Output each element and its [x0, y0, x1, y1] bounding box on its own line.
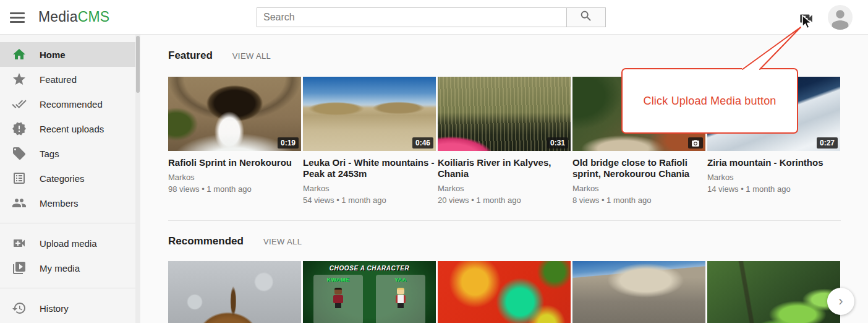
person-icon — [828, 21, 853, 30]
duration-badge: 0:46 — [412, 137, 433, 149]
sidebar-item-history[interactable]: History — [0, 296, 135, 321]
sidebar-item-my-media[interactable]: My media — [0, 256, 135, 280]
sidebar-item-home[interactable]: Home — [0, 42, 135, 67]
video-thumbnail[interactable] — [168, 261, 301, 323]
sidebar-item-label: Home — [40, 50, 66, 60]
video-author[interactable]: Markos — [572, 184, 705, 193]
new-releases-icon — [12, 121, 27, 136]
sidebar-item-label: Categories — [40, 173, 85, 184]
search-icon — [579, 9, 593, 25]
tag-icon — [12, 146, 27, 161]
sidebar-item-label: Tags — [40, 149, 59, 159]
video-call-icon — [12, 236, 27, 251]
search-button[interactable] — [567, 7, 606, 27]
chevron-right-icon: › — [838, 293, 843, 309]
duration-badge: 0:19 — [278, 137, 299, 149]
view-all-link[interactable]: VIEW ALL — [232, 51, 271, 61]
upload-media-button[interactable] — [798, 11, 814, 27]
character-sprite — [333, 288, 343, 309]
media-card[interactable] — [438, 261, 571, 323]
top-bar: MediaCMS — [0, 0, 868, 35]
sidebar-item-label: Featured — [40, 74, 77, 85]
video-library-icon — [12, 261, 27, 275]
sidebar: Home Featured Recommended Recent uploads… — [0, 35, 135, 323]
media-card[interactable]: 0:46 Leuka Ori - White mountains - Peak … — [303, 77, 436, 205]
sidebar-item-recent-uploads[interactable]: Recent uploads — [0, 116, 135, 141]
video-thumbnail[interactable] — [707, 261, 840, 323]
done-all-icon — [12, 97, 27, 111]
video-author[interactable]: Markos — [707, 173, 840, 182]
home-icon — [12, 47, 27, 62]
featured-section-header: Featured VIEW ALL — [168, 50, 271, 62]
video-thumbnail[interactable]: 0:19 — [168, 77, 301, 151]
recommended-media-row: CHOOSE A CHARACTER KWAME YAA Selected Se… — [168, 261, 840, 323]
sidebar-item-label: Recent uploads — [40, 124, 104, 134]
view-all-link[interactable]: VIEW ALL — [263, 237, 302, 246]
video-title[interactable]: Ziria mountain - Korinthos — [707, 157, 840, 168]
search-bar — [257, 7, 606, 27]
photo-camera-icon — [688, 137, 703, 149]
logo-text: Media — [38, 9, 78, 25]
video-meta: 8 views • 1 month ago — [572, 196, 705, 205]
video-title[interactable]: Koiliaris River in Kalyves, Chania — [438, 157, 571, 179]
video-title[interactable]: Old bridge close to Rafioli sprint, Nero… — [572, 157, 705, 179]
video-author[interactable]: Markos — [438, 184, 571, 193]
video-thumbnail[interactable] — [572, 261, 705, 323]
video-author[interactable]: Markos — [168, 173, 301, 182]
video-call-icon — [798, 18, 814, 28]
duration-badge: 0:31 — [547, 137, 568, 149]
user-avatar[interactable] — [828, 5, 853, 30]
character-panel: KWAME — [313, 275, 363, 323]
annotation-callout: Click Upload Media button — [621, 68, 798, 134]
video-meta: 54 views • 1 month ago — [303, 196, 436, 205]
media-card[interactable]: CHOOSE A CHARACTER KWAME YAA Selected Se… — [303, 261, 436, 323]
sidebar-item-label: Upload media — [40, 238, 97, 249]
sidebar-item-categories[interactable]: Categories — [0, 166, 135, 191]
video-meta: 14 views • 1 month ago — [707, 184, 840, 194]
sidebar-divider — [0, 223, 135, 223]
sidebar-item-upload-media[interactable]: Upload media — [0, 231, 135, 256]
members-icon — [12, 196, 27, 210]
logo-accent-text: CMS — [78, 9, 110, 25]
media-card[interactable]: 0:19 Rafioli Sprint in Nerokourou Markos… — [168, 77, 301, 205]
character-name: YAA — [376, 277, 425, 283]
sidebar-item-label: Recommended — [40, 99, 103, 110]
duration-badge: 0:27 — [817, 137, 838, 149]
sidebar-item-label: My media — [40, 263, 80, 273]
video-title[interactable]: Leuka Ori - White mountains - Peak at 24… — [303, 157, 436, 179]
video-thumbnail[interactable]: 0:31 — [438, 77, 571, 151]
annotation-text: Click Upload Media button — [643, 95, 776, 108]
video-thumbnail[interactable]: 0:46 — [303, 77, 436, 151]
sidebar-divider — [0, 288, 135, 288]
sidebar-item-label: History — [40, 303, 69, 314]
recommended-section-header: Recommended VIEW ALL — [168, 235, 302, 248]
video-meta: 20 views • 1 month ago — [438, 196, 571, 205]
carousel-next-button[interactable]: › — [827, 288, 854, 315]
sidebar-item-tags[interactable]: Tags — [0, 141, 135, 166]
video-author[interactable]: Markos — [303, 184, 436, 193]
video-meta: 98 views • 1 month ago — [168, 184, 301, 194]
video-title[interactable]: Rafioli Sprint in Nerokourou — [168, 157, 301, 168]
star-icon — [12, 72, 27, 87]
sidebar-item-members[interactable]: Members — [0, 191, 135, 215]
logo[interactable]: MediaCMS — [38, 9, 109, 25]
sidebar-item-featured[interactable]: Featured — [0, 67, 135, 92]
sidebar-scrollbar-thumb[interactable] — [136, 36, 140, 93]
character-panel: YAA — [376, 275, 425, 323]
sidebar-item-label: Members — [40, 198, 79, 209]
character-name: KWAME — [313, 277, 363, 283]
hamburger-menu-icon[interactable] — [9, 9, 26, 25]
section-title: Recommended — [168, 235, 244, 248]
search-input[interactable] — [257, 7, 567, 27]
video-thumbnail[interactable]: CHOOSE A CHARACTER KWAME YAA Selected Se… — [303, 261, 436, 323]
section-title: Featured — [168, 50, 213, 62]
media-card[interactable]: 0:31 Koiliaris River in Kalyves, Chania … — [438, 77, 571, 205]
media-card[interactable] — [707, 261, 840, 323]
media-card[interactable] — [572, 261, 705, 323]
video-thumbnail[interactable] — [438, 261, 571, 323]
sidebar-item-recommended[interactable]: Recommended — [0, 92, 135, 116]
categories-icon — [12, 171, 27, 186]
mediacms-page: MediaCMS Home Featured Recommended — [0, 0, 868, 323]
media-card[interactable] — [168, 261, 301, 323]
character-sprite — [396, 288, 406, 309]
